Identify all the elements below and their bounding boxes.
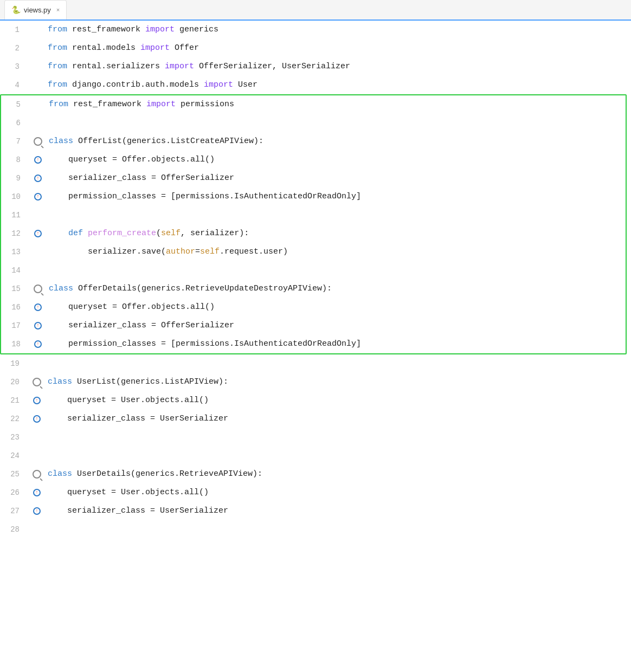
table-row: 28	[0, 520, 631, 539]
line-number: 17	[1, 316, 29, 335]
line-gutter	[28, 397, 46, 404]
line-content[interactable]: from rest_framework import generics	[46, 21, 631, 39]
highlighted-block: 5from rest_framework import permissions6…	[0, 94, 627, 354]
table-row: 11	[1, 206, 626, 224]
git-icon	[34, 340, 42, 348]
table-row: 9 serializer_class = OfferSerializer	[1, 169, 626, 188]
line-content[interactable]: queryset = User.objects.all()	[46, 391, 631, 410]
git-icon	[34, 303, 42, 311]
line-content[interactable]: class UserList(generics.ListAPIView):	[46, 373, 631, 391]
tab-close-button[interactable]: ×	[56, 7, 60, 14]
line-content[interactable]: def perform_create(self, serializer):	[47, 224, 626, 243]
line-number: 9	[1, 169, 29, 188]
line-content[interactable]: class UserDetails(generics.RetrieveAPIVi…	[46, 465, 631, 483]
git-icon	[33, 489, 41, 496]
line-content[interactable]: permission_classes = [permissions.IsAuth…	[47, 188, 626, 206]
line-content[interactable]: serializer_class = UserSerializer	[46, 502, 631, 520]
table-row: 24	[0, 447, 631, 465]
table-row: 7class OfferList(generics.ListCreateAPIV…	[1, 132, 626, 151]
line-number: 1	[0, 21, 28, 39]
line-gutter	[29, 322, 47, 329]
line-number: 19	[0, 354, 28, 373]
line-number: 14	[1, 261, 29, 280]
tab-bar: 🐍 views.py ×	[0, 0, 631, 21]
table-row: 17 serializer_class = OfferSerializer	[1, 316, 626, 335]
table-row: 22 serializer_class = UserSerializer	[0, 410, 631, 428]
table-row: 18 permission_classes = [permissions.IsA…	[1, 335, 626, 353]
table-row: 6	[1, 114, 626, 132]
line-content[interactable]: class OfferDetails(generics.RetrieveUpda…	[47, 280, 626, 298]
line-content[interactable]: from rental.serializers import OfferSeri…	[46, 57, 631, 76]
git-icon	[34, 230, 42, 237]
table-row: 13 serializer.save(author=self.request.u…	[1, 243, 626, 261]
line-gutter	[29, 193, 47, 201]
line-gutter	[28, 378, 46, 386]
search-icon	[34, 285, 42, 293]
git-icon	[34, 175, 42, 182]
line-content[interactable]: queryset = Offer.objects.all()	[47, 298, 626, 316]
python-icon: 🐍	[11, 5, 21, 15]
line-gutter	[29, 137, 47, 146]
line-number: 13	[1, 243, 29, 261]
line-number: 23	[0, 428, 28, 447]
line-number: 21	[0, 391, 28, 410]
line-gutter	[29, 156, 47, 164]
table-row: 19	[0, 354, 631, 373]
line-content[interactable]: permission_classes = [permissions.IsAuth…	[47, 335, 626, 353]
line-number: 28	[0, 520, 28, 539]
table-row: 8 queryset = Offer.objects.all()	[1, 151, 626, 169]
line-content[interactable]: class OfferList(generics.ListCreateAPIVi…	[47, 132, 626, 151]
line-number: 20	[0, 373, 28, 391]
line-content[interactable]: serializer_class = UserSerializer	[46, 410, 631, 428]
search-icon	[34, 137, 42, 146]
line-number: 8	[1, 151, 29, 169]
line-number: 4	[0, 76, 28, 94]
line-content[interactable]: serializer_class = OfferSerializer	[47, 316, 626, 335]
table-row: 1from rest_framework import generics	[0, 21, 631, 39]
line-gutter	[29, 230, 47, 237]
line-gutter	[29, 175, 47, 182]
line-number: 12	[1, 224, 29, 243]
table-row: 21 queryset = User.objects.all()	[0, 391, 631, 410]
git-icon	[33, 415, 41, 423]
table-row: 3from rental.serializers import OfferSer…	[0, 57, 631, 76]
line-number: 11	[1, 206, 29, 224]
line-number: 7	[1, 132, 29, 151]
table-row: 10 permission_classes = [permissions.IsA…	[1, 188, 626, 206]
git-icon	[34, 322, 42, 329]
line-gutter	[29, 340, 47, 348]
line-number: 27	[0, 502, 28, 520]
git-icon	[34, 193, 42, 201]
line-number: 10	[1, 188, 29, 206]
line-content[interactable]: queryset = User.objects.all()	[46, 483, 631, 502]
code-editor: 1from rest_framework import generics2fro…	[0, 21, 631, 539]
line-content[interactable]: serializer.save(author=self.request.user…	[47, 243, 626, 261]
line-number: 2	[0, 39, 28, 57]
line-number: 24	[0, 447, 28, 465]
table-row: 4from django.contrib.auth.models import …	[0, 76, 631, 94]
line-number: 25	[0, 465, 28, 483]
line-gutter	[28, 507, 46, 515]
line-gutter	[29, 303, 47, 311]
git-icon	[34, 156, 42, 164]
table-row: 15class OfferDetails(generics.RetrieveUp…	[1, 280, 626, 298]
line-content[interactable]: from django.contrib.auth.models import U…	[46, 76, 631, 94]
tab-views-py[interactable]: 🐍 views.py ×	[4, 0, 67, 20]
line-gutter	[28, 489, 46, 496]
git-icon	[33, 507, 41, 515]
line-content[interactable]: queryset = Offer.objects.all()	[47, 151, 626, 169]
line-number: 18	[1, 335, 29, 353]
table-row: 27 serializer_class = UserSerializer	[0, 502, 631, 520]
git-icon	[33, 397, 41, 404]
line-content[interactable]: from rest_framework import permissions	[47, 95, 626, 114]
line-number: 16	[1, 298, 29, 316]
table-row: 16 queryset = Offer.objects.all()	[1, 298, 626, 316]
line-number: 5	[1, 95, 29, 114]
line-number: 26	[0, 483, 28, 502]
table-row: 2from rental.models import Offer	[0, 39, 631, 57]
search-icon	[33, 378, 41, 386]
table-row: 20class UserList(generics.ListAPIView):	[0, 373, 631, 391]
line-content[interactable]: serializer_class = OfferSerializer	[47, 169, 626, 188]
line-content[interactable]: from rental.models import Offer	[46, 39, 631, 57]
line-number: 3	[0, 57, 28, 76]
